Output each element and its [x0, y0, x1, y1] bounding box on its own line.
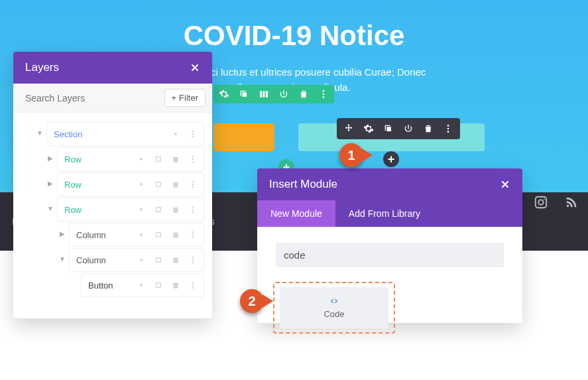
svg-point-39 [192, 287, 194, 289]
svg-point-1 [323, 94, 325, 95]
svg-point-20 [140, 208, 143, 211]
layers-search-row: +Filter [13, 84, 212, 113]
svg-point-34 [192, 262, 194, 264]
gear-icon[interactable] [136, 255, 147, 265]
gear-icon[interactable] [136, 154, 147, 164]
columns-icon[interactable] [259, 89, 269, 99]
trash-icon[interactable] [170, 229, 181, 240]
trash-icon[interactable] [170, 204, 181, 215]
search-input[interactable] [25, 93, 164, 103]
svg-point-23 [192, 209, 194, 211]
power-icon[interactable] [403, 123, 414, 134]
gear-icon[interactable] [170, 129, 181, 139]
svg-rect-31 [156, 258, 161, 263]
dots-icon[interactable] [188, 204, 198, 215]
tree-item-row[interactable]: ▶ Row [57, 147, 204, 171]
svg-point-9 [192, 136, 194, 138]
rss-icon[interactable] [564, 195, 579, 212]
svg-point-3 [447, 125, 449, 127]
duplicate-icon[interactable] [239, 89, 249, 99]
trash-icon[interactable] [170, 179, 181, 190]
footer-social [534, 195, 579, 212]
chevron-right-icon[interactable]: ▶ [46, 180, 55, 187]
trash-icon[interactable] [170, 280, 181, 290]
annotation-badge-2: 2 [240, 289, 264, 313]
duplicate-icon[interactable] [153, 179, 164, 190]
duplicate-icon[interactable] [153, 204, 164, 215]
row-toolbar[interactable] [213, 85, 334, 103]
svg-point-37 [192, 282, 194, 284]
dots-icon[interactable] [318, 89, 329, 99]
tree-item-row[interactable]: ▼ Row [57, 198, 204, 222]
dots-icon[interactable] [188, 179, 198, 190]
chevron-right-icon[interactable]: ▶ [58, 230, 67, 237]
svg-point-10 [140, 158, 143, 160]
tree-item-column[interactable]: ▶ Column [69, 223, 204, 247]
insert-module-header[interactable]: Insert Module [257, 168, 522, 200]
gear-icon[interactable] [136, 229, 147, 240]
svg-point-38 [192, 285, 194, 286]
insert-module-title: Insert Module [269, 178, 337, 191]
dots-icon[interactable] [188, 280, 198, 290]
dots-icon[interactable] [443, 123, 453, 134]
chevron-down-icon[interactable]: ▼ [35, 129, 44, 137]
svg-rect-11 [156, 157, 161, 162]
add-module-button[interactable]: + [383, 151, 399, 167]
duplicate-icon[interactable] [383, 123, 394, 134]
gear-icon[interactable] [363, 123, 374, 134]
duplicate-icon[interactable] [153, 154, 164, 164]
layers-tree: ▼ Section ▶ Row ▶ Row ▼ [13, 113, 212, 318]
chevron-right-icon[interactable]: ▶ [46, 155, 55, 162]
svg-point-30 [140, 259, 143, 261]
svg-point-17 [192, 181, 194, 183]
dots-icon[interactable] [188, 255, 198, 265]
tree-item-row[interactable]: ▶ Row [57, 172, 204, 196]
gear-icon[interactable] [136, 280, 147, 290]
button-module-orange[interactable] [213, 123, 274, 151]
tree-item-column[interactable]: ▼ Column [69, 248, 204, 272]
page-title: COVID-19 Notice [0, 20, 588, 52]
code-icon [327, 296, 341, 308]
svg-rect-21 [156, 208, 161, 212]
duplicate-icon[interactable] [153, 280, 164, 290]
instagram-icon[interactable] [534, 195, 548, 212]
close-icon[interactable] [190, 62, 200, 73]
insert-module-tabs: New Module Add From Library [257, 200, 522, 227]
move-icon[interactable] [343, 123, 354, 134]
trash-icon[interactable] [170, 154, 181, 164]
close-icon[interactable] [500, 179, 510, 190]
chevron-down-icon[interactable]: ▼ [46, 205, 55, 212]
svg-point-19 [192, 186, 194, 188]
layers-panel-title: Layers [25, 61, 59, 74]
svg-point-5 [447, 131, 449, 133]
duplicate-icon[interactable] [153, 229, 164, 240]
chevron-down-icon[interactable]: ▼ [58, 255, 67, 263]
power-icon[interactable] [278, 89, 289, 99]
trash-icon[interactable] [298, 89, 309, 99]
gear-icon[interactable] [136, 179, 147, 190]
layers-panel-header[interactable]: Layers [13, 52, 212, 84]
trash-icon[interactable] [423, 123, 434, 134]
filter-button[interactable]: +Filter [164, 89, 206, 107]
module-option-code[interactable]: Code [280, 287, 388, 328]
dots-icon[interactable] [188, 229, 198, 240]
dots-icon[interactable] [188, 154, 198, 164]
tree-item-button[interactable]: Button [81, 273, 204, 297]
module-search-input[interactable] [276, 243, 504, 267]
dots-icon[interactable] [188, 129, 198, 139]
svg-point-15 [140, 183, 143, 186]
duplicate-icon[interactable] [153, 255, 164, 265]
svg-point-12 [192, 156, 194, 158]
svg-rect-36 [156, 283, 161, 288]
tab-add-from-library[interactable]: Add From Library [335, 200, 434, 227]
tab-new-module[interactable]: New Module [257, 200, 335, 227]
svg-point-18 [192, 184, 194, 186]
svg-point-6 [174, 133, 177, 135]
gear-icon[interactable] [136, 204, 147, 215]
tree-item-section[interactable]: ▼ Section [46, 122, 204, 146]
trash-icon[interactable] [170, 255, 181, 265]
gear-icon[interactable] [219, 89, 229, 99]
svg-point-2 [323, 96, 325, 98]
module-toolbar[interactable] [337, 118, 460, 139]
svg-point-8 [192, 133, 194, 135]
